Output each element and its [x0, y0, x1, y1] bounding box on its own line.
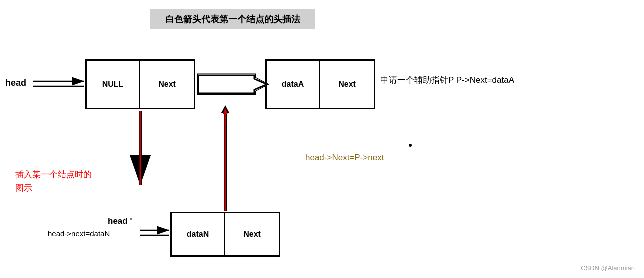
diagram-container: 白色箭头代表第一个结点的头插法 NULL Next dataA Next dat…: [0, 0, 644, 278]
node-top-left: NULL Next: [85, 59, 195, 109]
annotation-left-line2: 图示: [15, 181, 92, 195]
node-top-right-data: dataA: [267, 61, 320, 108]
node-top-left-data: NULL: [87, 61, 140, 108]
node-top-right: dataA Next: [265, 59, 375, 109]
node-bottom-data: dataN: [172, 213, 225, 255]
node-bottom-next: Next: [225, 213, 279, 255]
svg-marker-12: [221, 105, 229, 113]
label-head-next: head->next=dataN: [48, 229, 110, 238]
title-banner: 白色箭头代表第一个结点的头插法: [150, 9, 315, 29]
node-bottom: dataN Next: [170, 212, 280, 257]
svg-marker-13: [223, 108, 228, 114]
svg-marker-6: [198, 74, 268, 94]
svg-point-16: [409, 144, 412, 147]
node-top-left-next: Next: [140, 61, 194, 108]
annotation-middle: head->Next=P->next: [305, 153, 384, 163]
annotation-right: 申请一个辅助指针P P->Next=dataA: [380, 74, 514, 86]
svg-marker-5: [198, 74, 268, 94]
node-top-right-next: Next: [320, 61, 374, 108]
annotation-left-line1: 插入某一个结点时的: [15, 168, 92, 181]
annotation-left-red: 插入某一个结点时的 图示: [15, 168, 92, 195]
label-head-top: head: [5, 78, 26, 88]
hollow-arrow: [198, 75, 267, 93]
watermark: CSDN @Alanmian: [581, 264, 635, 272]
label-head-bottom: head ': [108, 216, 132, 226]
title-text: 白色箭头代表第一个结点的头插法: [165, 14, 300, 24]
svg-marker-7: [198, 75, 267, 93]
